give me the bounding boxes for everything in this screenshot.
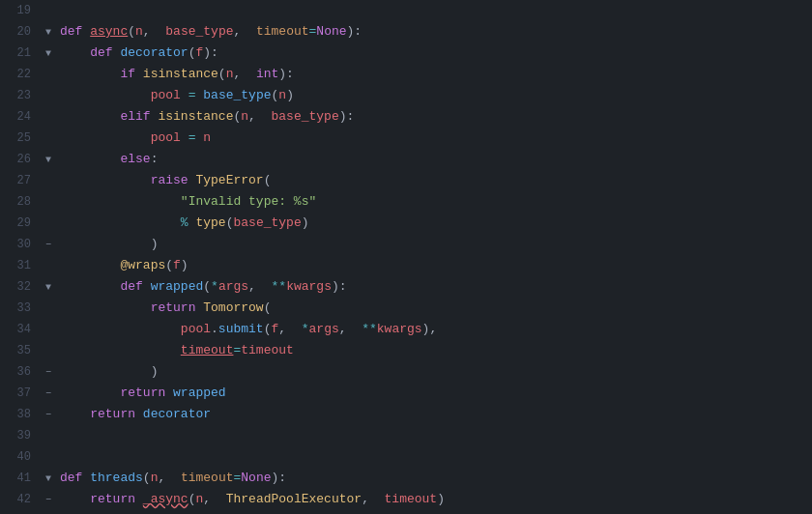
line-content-35: timeout=timeout (56, 340, 812, 361)
code-line-32: 32 ▼ def wrapped(*args, **kwargs): (0, 276, 812, 298)
code-line-22: 22 if isinstance(n, int): (0, 64, 812, 85)
line-content-37: return wrapped (56, 383, 812, 404)
line-content-33: return Tomorrow( (56, 298, 812, 319)
line-content-31: @wraps(f) (56, 255, 812, 276)
code-line-30: 30 − ) (0, 234, 812, 255)
code-line-20: 20 ▼ def async(n, base_type, timeout=Non… (0, 21, 812, 43)
line-number-32: 32 (0, 280, 41, 294)
code-line-27: 27 raise TypeError( (0, 170, 812, 191)
fold-38[interactable]: − (41, 410, 56, 420)
line-number-41: 41 (0, 471, 41, 485)
code-editor: 19 20 ▼ def async(n, base_type, timeout=… (0, 0, 812, 514)
code-line-40: 40 (0, 446, 812, 468)
code-line-25: 25 pool = n (0, 128, 812, 149)
fold-41[interactable]: ▼ (41, 473, 56, 484)
fold-36[interactable]: − (41, 367, 56, 378)
code-line-35: 35 timeout=timeout (0, 340, 812, 361)
code-line-28: 28 "Invalid type: %s" (0, 191, 812, 213)
line-content-21: def decorator(f): (56, 43, 812, 64)
code-line-38: 38 − return decorator (0, 404, 812, 425)
line-number-23: 23 (0, 89, 41, 102)
line-number-31: 31 (0, 259, 41, 272)
line-number-19: 19 (0, 4, 41, 17)
code-line-37: 37 − return wrapped (0, 383, 812, 404)
line-number-29: 29 (0, 216, 41, 230)
fold-20[interactable]: ▼ (41, 27, 56, 38)
code-line-26: 26 ▼ else: (0, 149, 812, 170)
line-number-25: 25 (0, 131, 41, 145)
fold-30[interactable]: − (41, 240, 56, 250)
line-number-27: 27 (0, 174, 41, 187)
code-line-31: 31 @wraps(f) (0, 255, 812, 276)
line-content-29: % type(base_type) (56, 213, 812, 234)
line-number-33: 33 (0, 301, 41, 315)
code-line-19: 19 (0, 0, 812, 21)
fold-37[interactable]: − (41, 388, 56, 399)
line-content-23: pool = base_type(n) (56, 85, 812, 106)
fold-32[interactable]: ▼ (41, 282, 56, 293)
line-number-20: 20 (0, 25, 41, 39)
line-number-36: 36 (0, 365, 41, 379)
line-content-28: "Invalid type: %s" (56, 191, 812, 213)
code-line-23: 23 pool = base_type(n) (0, 85, 812, 106)
code-line-42: 42 − return _async(n, ThreadPoolExecutor… (0, 489, 812, 510)
line-content-27: raise TypeError( (56, 170, 812, 191)
code-line-24: 24 elif isinstance(n, base_type): (0, 106, 812, 128)
line-number-26: 26 (0, 153, 41, 166)
line-content-34: pool.submit(f, *args, **kwargs), (56, 319, 812, 340)
code-line-39: 39 (0, 425, 812, 446)
line-number-35: 35 (0, 344, 41, 357)
line-content-24: elif isinstance(n, base_type): (56, 106, 812, 128)
line-content-22: if isinstance(n, int): (56, 64, 812, 85)
fold-21[interactable]: ▼ (41, 48, 56, 59)
line-number-21: 21 (0, 46, 41, 60)
line-number-30: 30 (0, 238, 41, 251)
line-content-38: return decorator (56, 404, 812, 425)
line-content-26: else: (56, 149, 812, 170)
line-number-39: 39 (0, 429, 41, 443)
code-line-21: 21 ▼ def decorator(f): (0, 43, 812, 64)
line-content-25: pool = n (56, 128, 812, 149)
line-number-34: 34 (0, 323, 41, 336)
code-line-36: 36 − ) (0, 361, 812, 383)
code-line-29: 29 % type(base_type) (0, 213, 812, 234)
line-number-38: 38 (0, 408, 41, 421)
line-content-32: def wrapped(*args, **kwargs): (56, 276, 812, 298)
line-content-42: return _async(n, ThreadPoolExecutor, tim… (56, 489, 812, 510)
line-number-37: 37 (0, 386, 41, 400)
line-number-24: 24 (0, 110, 41, 124)
line-number-40: 40 (0, 450, 41, 464)
line-number-42: 42 (0, 493, 41, 506)
line-content-36: ) (56, 361, 812, 383)
line-number-22: 22 (0, 68, 41, 81)
fold-26[interactable]: ▼ (41, 155, 56, 165)
line-content-30: ) (56, 234, 812, 255)
fold-42[interactable]: − (41, 495, 56, 505)
line-content-41: def threads(n, timeout=None): (56, 468, 812, 489)
code-line-41: 41 ▼ def threads(n, timeout=None): (0, 468, 812, 489)
line-content-20: def async(n, base_type, timeout=None): (56, 21, 812, 43)
code-line-33: 33 return Tomorrow( (0, 298, 812, 319)
line-number-28: 28 (0, 195, 41, 209)
code-line-34: 34 pool.submit(f, *args, **kwargs), (0, 319, 812, 340)
